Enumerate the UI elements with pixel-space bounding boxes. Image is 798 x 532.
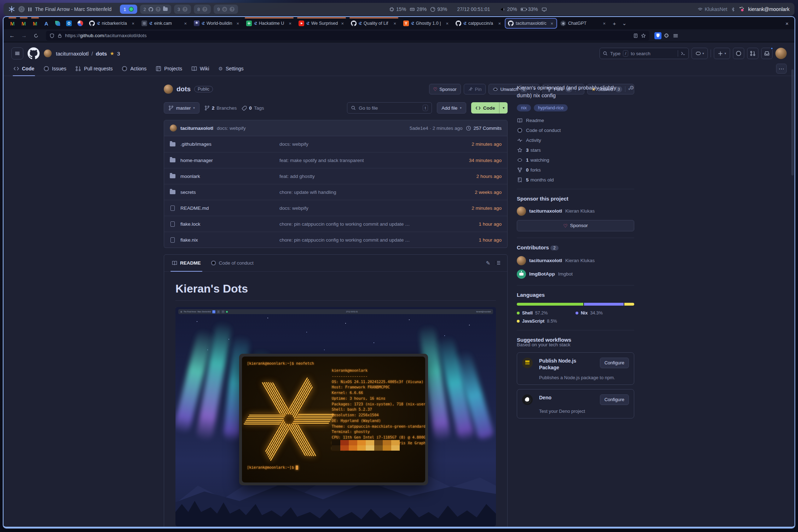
sponsor-button-large[interactable]: ♡ Sponsor — [517, 220, 634, 231]
repo-owner-avatar[interactable] — [164, 85, 173, 94]
tab-hackatime[interactable]: ᶻZ Hackatime U × — [243, 18, 295, 28]
close-icon[interactable]: × — [497, 21, 502, 26]
workspace-1[interactable]: 1 — [120, 5, 137, 14]
tab-projects[interactable]: Projects — [152, 62, 186, 76]
tab-eink-cam[interactable]: ᶻZ eink.cam × — [139, 18, 190, 28]
workspace-8[interactable]: 8 ? — [194, 5, 211, 14]
file-row[interactable]: flake.lock chore: pin catppuccin config … — [164, 216, 507, 232]
commit-meta[interactable]: 5ade1e4 · 2 minutes ago — [410, 126, 462, 131]
breadcrumb-repo[interactable]: dots — [96, 51, 107, 57]
file-name[interactable]: README.md — [180, 206, 209, 211]
file-row[interactable]: .github/images docs: webpify 2 minutes a… — [164, 136, 507, 152]
owner-avatar[interactable] — [44, 50, 52, 57]
close-icon[interactable]: × — [393, 21, 397, 26]
file-commit-message[interactable]: chore: update wifi handling — [279, 190, 438, 195]
contributors-link[interactable]: Contributors — [517, 244, 549, 250]
pinned-tab-gmail-1[interactable]: M — [7, 18, 18, 28]
file-commit-message[interactable]: docs: webpify — [279, 141, 438, 147]
tab-code[interactable]: Code — [10, 62, 38, 76]
file-name[interactable]: secrets — [180, 190, 196, 195]
now-playing[interactable]: The Final Arrow - Marc Streitenfeld — [35, 6, 111, 12]
close-icon[interactable]: × — [236, 21, 240, 26]
pause-icon[interactable] — [28, 7, 31, 11]
readme-screenshot-image[interactable]: The Final Arrow - Marc Streitenfeld 1 2 … — [175, 307, 496, 526]
close-icon[interactable]: × — [445, 21, 449, 26]
file-row[interactable]: home-manager feat: make spotify and slac… — [164, 152, 507, 168]
tab-pull-requests[interactable]: Pull requests — [72, 62, 116, 76]
pinned-tab-outlook[interactable]: O — [64, 18, 74, 28]
pin-button[interactable]: Pin — [464, 84, 486, 94]
commit-message[interactable]: docs: webpify — [217, 126, 246, 131]
file-commit-message[interactable]: chore: pin catppuccin config to working … — [279, 237, 438, 243]
topic-hyprland-rice[interactable]: hyprland-rice — [534, 104, 568, 111]
edit-about-gear-icon[interactable]: ⚙ — [630, 85, 634, 91]
file-row[interactable]: flake.nix chore: pin catppuccin config t… — [164, 232, 507, 248]
menu-hamburger-icon[interactable] — [673, 33, 678, 39]
notifications-button[interactable] — [761, 48, 773, 59]
language-shell[interactable]: Shell 57.2% — [517, 311, 576, 316]
tab-we-surprised[interactable]: ᶻZ We Surprised × — [296, 18, 347, 28]
workspace-9[interactable]: 9 ⚙ ? — [214, 5, 238, 14]
workflow-title[interactable]: Deno — [539, 394, 596, 405]
extensions-puzzle-icon[interactable] — [664, 33, 669, 39]
reader-mode-icon[interactable] — [633, 33, 638, 38]
configure-button[interactable]: Configure — [600, 358, 629, 368]
page-scrollbar[interactable] — [791, 69, 794, 175]
tab-chatgpt[interactable]: ChatGPT × — [557, 18, 609, 28]
commit-sha[interactable]: 5ade1e4 — [410, 126, 428, 131]
breadcrumb-owner[interactable]: taciturnaxolotl — [56, 51, 89, 57]
tab-issues[interactable]: Issues — [40, 62, 70, 76]
forward-button[interactable]: → — [19, 31, 29, 40]
bluetooth-icon[interactable] — [731, 7, 735, 12]
readme-tab[interactable]: README — [167, 255, 206, 271]
nav-overflow-button[interactable]: ⋯ — [776, 64, 787, 74]
commit-author-avatar[interactable] — [170, 125, 177, 132]
volume-stat[interactable]: 20% — [500, 6, 517, 12]
tab-taciturnaxolotl-dots[interactable]: taciturnaxolotl/c × — [505, 18, 557, 28]
pinned-tab-gmail-3[interactable]: M — [30, 18, 40, 28]
close-icon[interactable]: × — [131, 21, 135, 26]
create-new-button[interactable]: ▾ — [714, 48, 730, 59]
file-name[interactable]: flake.lock — [180, 221, 200, 227]
close-icon[interactable]: × — [288, 21, 292, 26]
sponsor-person[interactable]: taciturnaxolotl Kieran Klukas — [517, 207, 634, 216]
window-close-button[interactable]: × — [782, 19, 792, 28]
reload-button[interactable] — [31, 31, 41, 40]
issues-button[interactable] — [733, 48, 744, 59]
github-logo[interactable] — [28, 47, 40, 59]
tab-nicbarker-clay[interactable]: ᶻZ nicbarker/cla × — [86, 18, 138, 28]
workspace-3[interactable]: 3 ? — [174, 5, 191, 14]
readme-link[interactable]: Readme — [517, 118, 634, 123]
file-row[interactable]: moonlark feat: add ghostty 2 hours ago — [164, 168, 507, 184]
url-bar[interactable]: https://github.com/taciturnaxolotl/dots — [46, 31, 649, 41]
file-row[interactable]: README.md docs: webpify 2 minutes ago — [164, 200, 507, 216]
watching-stat[interactable]: 1watching — [517, 157, 634, 163]
edit-readme-pencil-icon[interactable]: ✎ — [486, 260, 490, 266]
wifi-network[interactable]: KlukasNet — [698, 6, 727, 12]
branch-selector[interactable]: master ▾ — [164, 102, 200, 114]
shield-tray-icon[interactable] — [18, 6, 25, 12]
list-tabs-button[interactable]: ⌄ — [620, 19, 629, 28]
close-icon[interactable]: × — [183, 21, 187, 26]
pinned-tab-leaf[interactable] — [52, 18, 63, 28]
contributor-row[interactable]: taciturnaxolotl Kieran Klukas — [517, 256, 634, 265]
file-name[interactable]: moonlark — [180, 174, 200, 179]
chevron-down-icon[interactable]: ▾ — [503, 106, 504, 110]
back-button[interactable]: ← — [7, 31, 17, 40]
tracking-shield-icon[interactable] — [50, 33, 54, 38]
close-icon[interactable]: × — [602, 21, 606, 26]
lock-icon[interactable] — [57, 33, 62, 38]
stars-stat[interactable]: 3stars — [517, 148, 634, 153]
pull-requests-button[interactable] — [747, 48, 758, 59]
file-commit-message[interactable]: docs: webpify — [279, 206, 438, 211]
contributor-row[interactable]: ImgBotApp Imgbot — [517, 270, 634, 279]
forks-stat[interactable]: 0forks — [517, 167, 634, 173]
password-manager-extension-icon[interactable] — [654, 32, 661, 39]
pinned-tab-a[interactable]: A — [41, 18, 52, 28]
tab-world-building[interactable]: ᶻZ World-buildin × — [191, 18, 243, 28]
file-commit-message[interactable]: chore: pin catppuccin config to working … — [279, 221, 438, 227]
screenshot-icon[interactable] — [542, 7, 547, 12]
file-name[interactable]: home-manager — [180, 158, 213, 163]
tab-catppuccin[interactable]: ᶻZ catppuccin/a × — [453, 18, 504, 28]
workspace-2[interactable]: 2 ? — [140, 5, 171, 14]
